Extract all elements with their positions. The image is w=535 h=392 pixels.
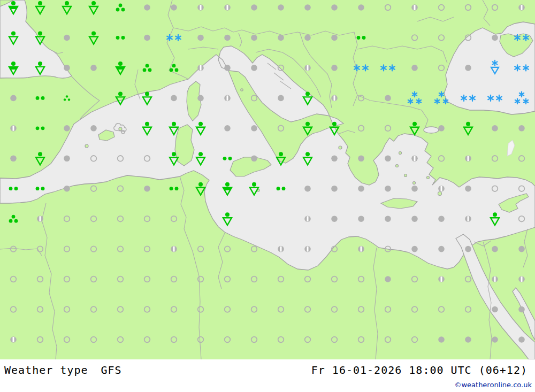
partly-cloudy-half-circle-icon (331, 95, 338, 102)
cloudy-filled-circle-icon (144, 186, 150, 192)
cloudy-filled-circle-icon (411, 186, 418, 192)
weather-map-page: Weather type GFS Fr 16-01-2026 18:00 UTC… (0, 0, 535, 392)
partly-cloudy-half-circle-icon (304, 246, 311, 252)
cloudy-filled-circle-icon (304, 35, 311, 41)
cloudy-filled-circle-icon (197, 95, 204, 102)
cloudy-filled-circle-icon (64, 156, 70, 162)
cloudy-filled-circle-icon (64, 186, 70, 192)
partly-cloudy-half-circle-icon (358, 246, 364, 252)
partly-cloudy-half-circle-icon (411, 4, 418, 11)
cloudy-filled-circle-icon (90, 65, 97, 71)
cloudy-filled-circle-icon (171, 95, 177, 102)
partly-cloudy-half-circle-icon (197, 65, 204, 71)
cloudy-filled-circle-icon (465, 65, 471, 71)
cloudy-filled-circle-icon (331, 4, 338, 11)
partly-cloudy-half-circle-icon (438, 186, 445, 192)
cloudy-filled-circle-icon (411, 65, 418, 71)
cloudy-filled-circle-icon (385, 216, 391, 222)
partly-cloudy-half-circle-icon (304, 65, 311, 71)
cloudy-filled-circle-icon (331, 156, 338, 162)
partly-cloudy-half-circle-icon (10, 125, 17, 132)
cloudy-filled-circle-icon (438, 336, 445, 343)
cloudy-filled-circle-icon (465, 186, 471, 192)
partly-cloudy-half-circle-icon (518, 276, 525, 282)
map-canvas (0, 0, 535, 359)
cloudy-filled-circle-icon (251, 35, 257, 41)
island-menorca (119, 127, 122, 130)
cloudy-filled-circle-icon (358, 216, 364, 222)
partly-cloudy-half-circle-icon (411, 156, 418, 162)
cloudy-filled-circle-icon (465, 336, 471, 343)
cloudy-filled-circle-icon (518, 246, 525, 252)
cloudy-filled-circle-icon (411, 246, 418, 252)
cloudy-filled-circle-icon (438, 125, 445, 132)
partly-cloudy-half-circle-icon (37, 216, 43, 222)
cloudy-filled-circle-icon (465, 246, 471, 252)
partly-cloudy-half-circle-icon (518, 4, 525, 11)
cloudy-filled-circle-icon (171, 4, 177, 11)
cloudy-filled-circle-icon (492, 336, 498, 343)
cloudy-filled-circle-icon (224, 125, 231, 132)
cloudy-filled-circle-icon (385, 186, 391, 192)
cloudy-filled-circle-icon (518, 336, 525, 343)
cloudy-filled-circle-icon (385, 95, 391, 102)
partly-cloudy-half-circle-icon (224, 4, 231, 11)
partly-cloudy-half-circle-icon (197, 4, 204, 11)
cloudy-filled-circle-icon (10, 95, 17, 102)
cloudy-filled-circle-icon (144, 4, 150, 11)
cloudy-filled-circle-icon (251, 125, 257, 132)
cloudy-filled-circle-icon (411, 216, 418, 222)
partly-cloudy-half-circle-icon (465, 156, 471, 162)
footer-left: Weather type GFS (4, 364, 122, 376)
cloudy-filled-circle-icon (64, 65, 70, 71)
partly-cloudy-half-circle-icon (278, 246, 284, 252)
cloudy-filled-circle-icon (64, 125, 70, 132)
cloudy-filled-circle-icon (144, 35, 150, 41)
island-aegean-4 (427, 176, 430, 179)
partly-cloudy-half-circle-icon (10, 336, 17, 343)
cloudy-filled-circle-icon (278, 4, 284, 11)
cloudy-filled-circle-icon (492, 125, 498, 132)
copyright-link[interactable]: ©weatheronline.co.uk (454, 381, 532, 389)
model-label: GFS (101, 364, 122, 376)
cloudy-filled-circle-icon (358, 4, 364, 11)
cloudy-filled-circle-icon (438, 216, 445, 222)
cloudy-filled-circle-icon (331, 35, 338, 41)
partly-cloudy-half-circle-icon (492, 276, 498, 282)
partly-cloudy-half-circle-icon (171, 246, 177, 252)
island-elba (241, 89, 243, 91)
weather-map (0, 0, 535, 359)
cloudy-filled-circle-icon (331, 216, 338, 222)
island-ibiza (85, 144, 88, 148)
cloudy-filled-circle-icon (278, 95, 284, 102)
cloudy-filled-circle-icon (331, 65, 338, 71)
cloudy-filled-circle-icon (90, 125, 97, 132)
cloudy-filled-circle-icon (518, 306, 525, 313)
cloudy-filled-circle-icon (197, 35, 204, 41)
cloudy-filled-circle-icon (251, 156, 257, 162)
cloudy-filled-circle-icon (10, 156, 17, 162)
valid-time-label: Fr 16-01-2026 18:00 UTC (06+12) (311, 364, 528, 376)
partly-cloudy-half-circle-icon (465, 216, 471, 222)
cloudy-filled-circle-icon (224, 35, 231, 41)
map-type-label: Weather type (4, 364, 88, 376)
island-aegean-1 (396, 165, 399, 167)
cloudy-filled-circle-icon (492, 35, 498, 41)
island-aegean-3 (413, 182, 416, 185)
cloudy-filled-circle-icon (492, 306, 498, 313)
island-aegean-2 (404, 174, 407, 177)
partly-cloudy-half-circle-icon (224, 95, 231, 102)
cloudy-filled-circle-icon (358, 186, 364, 192)
sea-marmara (424, 127, 439, 133)
island-sardinia (175, 125, 194, 166)
cloudy-filled-circle-icon (304, 186, 311, 192)
island-aegean-5 (399, 152, 402, 155)
partly-cloudy-half-circle-icon (438, 276, 445, 282)
island-corfu (339, 146, 342, 149)
footer-bar: Weather type GFS Fr 16-01-2026 18:00 UTC… (0, 359, 535, 392)
cloudy-filled-circle-icon (331, 186, 338, 192)
cloudy-filled-circle-icon (518, 125, 525, 132)
cloudy-filled-circle-icon (358, 156, 364, 162)
cloudy-filled-circle-icon (251, 65, 257, 71)
partly-cloudy-half-circle-icon (304, 216, 311, 222)
